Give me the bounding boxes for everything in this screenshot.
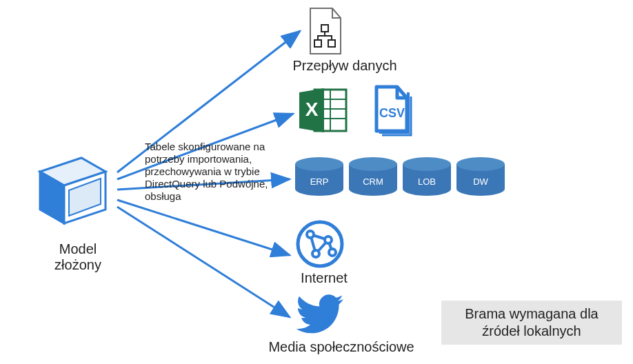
svg-rect-6 (328, 40, 335, 47)
db-erp-label: ERP (295, 176, 343, 187)
internet-icon (295, 219, 345, 272)
svg-rect-5 (314, 40, 321, 47)
internet-label: Internet (283, 270, 365, 286)
social-media-label: Media społecznościowe (255, 339, 428, 355)
gateway-note: Brama wymagana dla źródeł lokalnych (441, 301, 622, 345)
svg-point-19 (307, 231, 314, 238)
composite-model-icon (33, 154, 123, 237)
csv-icon: CSV (360, 83, 415, 139)
arrow-to-social (117, 207, 290, 317)
db-erp: ERP (295, 157, 343, 203)
svg-rect-4 (321, 25, 328, 32)
arrow-annotation: Tabele skonfigurowane na potrzeby import… (145, 141, 286, 203)
svg-point-14 (298, 222, 342, 266)
twitter-icon (295, 294, 345, 339)
svg-point-20 (325, 236, 332, 243)
db-dw: DW (456, 157, 505, 203)
db-lob-label: LOB (403, 176, 451, 187)
excel-icon: X (297, 85, 349, 138)
svg-point-21 (312, 250, 319, 257)
svg-point-22 (329, 249, 336, 256)
db-crm: CRM (349, 157, 397, 203)
svg-text:X: X (305, 99, 319, 120)
dataflow-label: Przepływ danych (276, 58, 414, 74)
arrow-to-internet (117, 200, 290, 255)
dataflow-icon (303, 6, 348, 59)
model-label: Modelzłożony (33, 241, 123, 273)
databases-row: ERP CRM LOB DW (295, 157, 505, 203)
db-crm-label: CRM (349, 176, 397, 187)
db-dw-label: DW (456, 176, 505, 187)
db-lob: LOB (403, 157, 451, 203)
csv-label: CSV (379, 106, 405, 121)
